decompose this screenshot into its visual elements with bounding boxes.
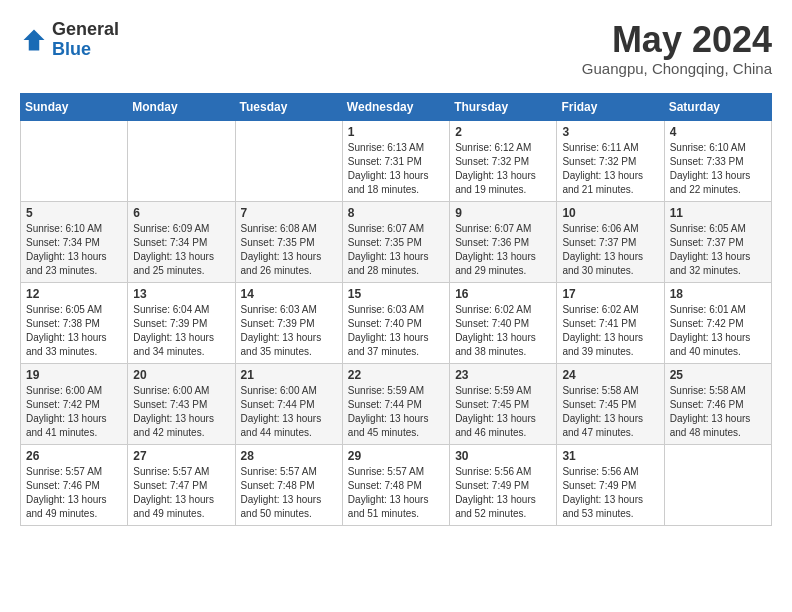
day-number: 23 <box>455 368 551 382</box>
day-info: Sunrise: 6:03 AM Sunset: 7:39 PM Dayligh… <box>241 303 337 359</box>
day-number: 4 <box>670 125 766 139</box>
calendar-week: 12Sunrise: 6:05 AM Sunset: 7:38 PM Dayli… <box>21 282 772 363</box>
calendar: SundayMondayTuesdayWednesdayThursdayFrid… <box>20 93 772 526</box>
svg-marker-0 <box>24 29 45 50</box>
day-number: 16 <box>455 287 551 301</box>
day-number: 24 <box>562 368 658 382</box>
day-number: 27 <box>133 449 229 463</box>
calendar-week: 5Sunrise: 6:10 AM Sunset: 7:34 PM Daylig… <box>21 201 772 282</box>
day-number: 17 <box>562 287 658 301</box>
title-block: May 2024 Guangpu, Chongqing, China <box>582 20 772 77</box>
calendar-cell: 28Sunrise: 5:57 AM Sunset: 7:48 PM Dayli… <box>235 444 342 525</box>
calendar-cell: 8Sunrise: 6:07 AM Sunset: 7:35 PM Daylig… <box>342 201 449 282</box>
calendar-cell: 31Sunrise: 5:56 AM Sunset: 7:49 PM Dayli… <box>557 444 664 525</box>
calendar-cell: 18Sunrise: 6:01 AM Sunset: 7:42 PM Dayli… <box>664 282 771 363</box>
calendar-cell: 2Sunrise: 6:12 AM Sunset: 7:32 PM Daylig… <box>450 120 557 201</box>
day-info: Sunrise: 5:58 AM Sunset: 7:46 PM Dayligh… <box>670 384 766 440</box>
calendar-cell: 1Sunrise: 6:13 AM Sunset: 7:31 PM Daylig… <box>342 120 449 201</box>
day-number: 20 <box>133 368 229 382</box>
day-number: 3 <box>562 125 658 139</box>
day-info: Sunrise: 5:56 AM Sunset: 7:49 PM Dayligh… <box>562 465 658 521</box>
day-info: Sunrise: 6:00 AM Sunset: 7:43 PM Dayligh… <box>133 384 229 440</box>
calendar-cell: 5Sunrise: 6:10 AM Sunset: 7:34 PM Daylig… <box>21 201 128 282</box>
logo-general: General <box>52 20 119 40</box>
calendar-cell <box>235 120 342 201</box>
day-info: Sunrise: 6:02 AM Sunset: 7:40 PM Dayligh… <box>455 303 551 359</box>
calendar-cell <box>21 120 128 201</box>
day-number: 15 <box>348 287 444 301</box>
calendar-cell: 20Sunrise: 6:00 AM Sunset: 7:43 PM Dayli… <box>128 363 235 444</box>
day-info: Sunrise: 5:58 AM Sunset: 7:45 PM Dayligh… <box>562 384 658 440</box>
day-info: Sunrise: 6:10 AM Sunset: 7:34 PM Dayligh… <box>26 222 122 278</box>
weekday-row: SundayMondayTuesdayWednesdayThursdayFrid… <box>21 93 772 120</box>
calendar-cell: 13Sunrise: 6:04 AM Sunset: 7:39 PM Dayli… <box>128 282 235 363</box>
logo: General Blue <box>20 20 119 60</box>
day-number: 12 <box>26 287 122 301</box>
calendar-cell: 26Sunrise: 5:57 AM Sunset: 7:46 PM Dayli… <box>21 444 128 525</box>
day-number: 18 <box>670 287 766 301</box>
month-title: May 2024 <box>582 20 772 60</box>
day-info: Sunrise: 5:57 AM Sunset: 7:48 PM Dayligh… <box>241 465 337 521</box>
day-info: Sunrise: 6:02 AM Sunset: 7:41 PM Dayligh… <box>562 303 658 359</box>
calendar-cell: 25Sunrise: 5:58 AM Sunset: 7:46 PM Dayli… <box>664 363 771 444</box>
day-number: 19 <box>26 368 122 382</box>
page-header: General Blue May 2024 Guangpu, Chongqing… <box>20 20 772 77</box>
day-info: Sunrise: 6:11 AM Sunset: 7:32 PM Dayligh… <box>562 141 658 197</box>
calendar-cell: 16Sunrise: 6:02 AM Sunset: 7:40 PM Dayli… <box>450 282 557 363</box>
day-number: 21 <box>241 368 337 382</box>
day-info: Sunrise: 6:01 AM Sunset: 7:42 PM Dayligh… <box>670 303 766 359</box>
day-info: Sunrise: 6:05 AM Sunset: 7:38 PM Dayligh… <box>26 303 122 359</box>
weekday-header: Saturday <box>664 93 771 120</box>
calendar-cell: 11Sunrise: 6:05 AM Sunset: 7:37 PM Dayli… <box>664 201 771 282</box>
day-info: Sunrise: 5:57 AM Sunset: 7:47 PM Dayligh… <box>133 465 229 521</box>
day-number: 14 <box>241 287 337 301</box>
calendar-cell: 27Sunrise: 5:57 AM Sunset: 7:47 PM Dayli… <box>128 444 235 525</box>
day-number: 31 <box>562 449 658 463</box>
calendar-cell: 23Sunrise: 5:59 AM Sunset: 7:45 PM Dayli… <box>450 363 557 444</box>
calendar-cell: 4Sunrise: 6:10 AM Sunset: 7:33 PM Daylig… <box>664 120 771 201</box>
day-info: Sunrise: 6:07 AM Sunset: 7:35 PM Dayligh… <box>348 222 444 278</box>
day-info: Sunrise: 6:09 AM Sunset: 7:34 PM Dayligh… <box>133 222 229 278</box>
location: Guangpu, Chongqing, China <box>582 60 772 77</box>
calendar-cell: 3Sunrise: 6:11 AM Sunset: 7:32 PM Daylig… <box>557 120 664 201</box>
day-info: Sunrise: 5:56 AM Sunset: 7:49 PM Dayligh… <box>455 465 551 521</box>
logo-blue: Blue <box>52 40 119 60</box>
day-info: Sunrise: 6:06 AM Sunset: 7:37 PM Dayligh… <box>562 222 658 278</box>
calendar-cell: 10Sunrise: 6:06 AM Sunset: 7:37 PM Dayli… <box>557 201 664 282</box>
logo-text: General Blue <box>52 20 119 60</box>
calendar-cell: 19Sunrise: 6:00 AM Sunset: 7:42 PM Dayli… <box>21 363 128 444</box>
day-number: 9 <box>455 206 551 220</box>
weekday-header: Wednesday <box>342 93 449 120</box>
weekday-header: Thursday <box>450 93 557 120</box>
calendar-cell: 30Sunrise: 5:56 AM Sunset: 7:49 PM Dayli… <box>450 444 557 525</box>
day-info: Sunrise: 6:08 AM Sunset: 7:35 PM Dayligh… <box>241 222 337 278</box>
day-number: 11 <box>670 206 766 220</box>
weekday-header: Friday <box>557 93 664 120</box>
weekday-header: Sunday <box>21 93 128 120</box>
day-info: Sunrise: 6:10 AM Sunset: 7:33 PM Dayligh… <box>670 141 766 197</box>
calendar-cell: 24Sunrise: 5:58 AM Sunset: 7:45 PM Dayli… <box>557 363 664 444</box>
day-number: 8 <box>348 206 444 220</box>
calendar-cell <box>128 120 235 201</box>
logo-icon <box>20 26 48 54</box>
day-info: Sunrise: 6:03 AM Sunset: 7:40 PM Dayligh… <box>348 303 444 359</box>
day-number: 22 <box>348 368 444 382</box>
calendar-header: SundayMondayTuesdayWednesdayThursdayFrid… <box>21 93 772 120</box>
calendar-week: 19Sunrise: 6:00 AM Sunset: 7:42 PM Dayli… <box>21 363 772 444</box>
day-info: Sunrise: 6:00 AM Sunset: 7:44 PM Dayligh… <box>241 384 337 440</box>
calendar-cell: 17Sunrise: 6:02 AM Sunset: 7:41 PM Dayli… <box>557 282 664 363</box>
calendar-cell: 9Sunrise: 6:07 AM Sunset: 7:36 PM Daylig… <box>450 201 557 282</box>
calendar-cell: 15Sunrise: 6:03 AM Sunset: 7:40 PM Dayli… <box>342 282 449 363</box>
calendar-cell: 14Sunrise: 6:03 AM Sunset: 7:39 PM Dayli… <box>235 282 342 363</box>
calendar-cell: 12Sunrise: 6:05 AM Sunset: 7:38 PM Dayli… <box>21 282 128 363</box>
day-number: 28 <box>241 449 337 463</box>
calendar-week: 1Sunrise: 6:13 AM Sunset: 7:31 PM Daylig… <box>21 120 772 201</box>
weekday-header: Monday <box>128 93 235 120</box>
day-number: 2 <box>455 125 551 139</box>
day-number: 10 <box>562 206 658 220</box>
day-info: Sunrise: 5:57 AM Sunset: 7:46 PM Dayligh… <box>26 465 122 521</box>
calendar-cell: 29Sunrise: 5:57 AM Sunset: 7:48 PM Dayli… <box>342 444 449 525</box>
calendar-cell: 22Sunrise: 5:59 AM Sunset: 7:44 PM Dayli… <box>342 363 449 444</box>
weekday-header: Tuesday <box>235 93 342 120</box>
day-number: 26 <box>26 449 122 463</box>
